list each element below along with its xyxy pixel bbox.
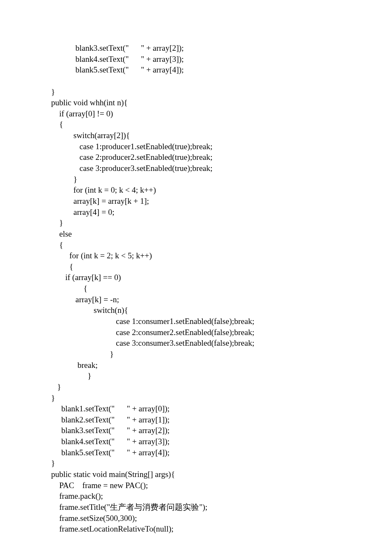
code-line: for (int k = 0; k < 4; k++): [51, 185, 156, 194]
code-line: blank3.setText(" " + array[2]);: [51, 43, 184, 52]
code-line: case 1:producer1.setEnabled(true);break;: [51, 142, 213, 151]
code-line: }: [51, 393, 55, 402]
code-line: if (array[k] == 0): [51, 273, 121, 282]
code-line: }: [51, 175, 77, 184]
code-line: blank3.setText(" " + array[2]);: [51, 426, 170, 435]
code-line: array[4] = 0;: [51, 208, 114, 217]
code-line: blank5.setText(" " + array[4]);: [51, 448, 170, 457]
code-line: blank1.setText(" " + array[0]);: [51, 404, 170, 413]
code-line: switch(n){: [51, 306, 128, 315]
code-line: blank4.setText(" " + array[3]);: [51, 55, 184, 64]
code-line: case 3:consumer3.setEnabled(false);break…: [51, 338, 254, 347]
code-line: public void whh(int n){: [51, 98, 128, 107]
code-line: }: [51, 371, 92, 380]
code-line: {: [51, 262, 73, 271]
code-line: case 1:consumer1.setEnabled(false);break…: [51, 317, 254, 326]
code-line: array[k] = -n;: [51, 295, 119, 304]
code-line: }: [51, 382, 61, 391]
code-line: case 2:producer2.setEnabled(true);break;: [51, 153, 213, 162]
code-line: {: [51, 284, 87, 293]
code-line: }: [51, 87, 55, 96]
code-line: switch(array[2]){: [51, 131, 130, 140]
code-line: PAC frame = new PAC();: [51, 481, 148, 490]
code-line: blank5.setText(" " + array[4]);: [51, 65, 184, 74]
code-line: case 3:producer3.setEnabled(true);break;: [51, 164, 213, 173]
code-page: blank3.setText(" " + array[2]); blank4.s…: [0, 0, 392, 555]
code-line: {: [51, 240, 63, 249]
code-line: blank4.setText(" " + array[3]);: [51, 437, 170, 446]
code-line: break;: [51, 361, 98, 370]
code-line: }: [51, 459, 55, 468]
code-line: case 2:consumer2.setEnabled(false);break…: [51, 328, 254, 337]
code-line: frame.setSize(500,300);: [51, 514, 137, 523]
code-line: {: [51, 120, 63, 129]
code-line: }: [51, 218, 63, 227]
code-line: for (int k = 2; k < 5; k++): [51, 251, 152, 260]
code-line: }: [51, 350, 114, 358]
code-line: if (array[0] != 0): [51, 109, 113, 118]
code-line: else: [51, 229, 72, 238]
code-line: public static void main(String[] args){: [51, 470, 175, 479]
code-line: frame.setLocationRelativeTo(null);: [51, 524, 173, 533]
code-line: frame.pack();: [51, 491, 103, 500]
code-line: blank2.setText(" " + array[1]);: [51, 415, 170, 424]
code-line: frame.setTitle("生产者与消费者问题实验");: [51, 503, 208, 512]
code-line: array[k] = array[k + 1];: [51, 197, 149, 205]
